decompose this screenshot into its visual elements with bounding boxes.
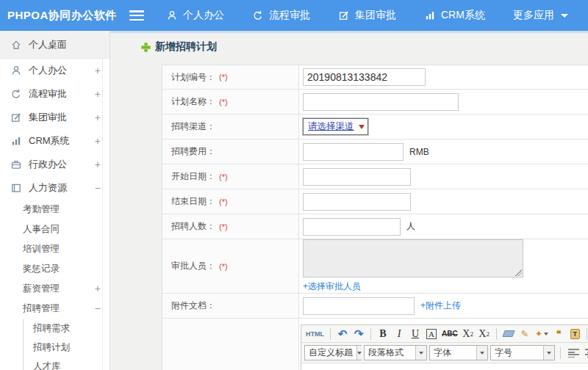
sidebar-item-label: 考勤管理	[23, 200, 110, 220]
redo-icon[interactable]: ↷	[351, 327, 366, 341]
toolbar-separator	[496, 328, 497, 340]
recruit-channel-select[interactable]: 请选择渠道	[303, 118, 368, 135]
required-marker: (*)	[219, 173, 228, 181]
accent-line	[110, 31, 588, 33]
app-window: PHPOA协同办公软件 个人办公流程审批集团审批CRM系统更多应用 个人桌面个人…	[0, 0, 588, 370]
format-brush-icon[interactable]: ✎	[517, 327, 532, 341]
menu-icon[interactable]	[129, 10, 144, 21]
eraser-icon[interactable]	[501, 327, 516, 341]
paste-text-icon: T	[570, 329, 580, 339]
expand-icon[interactable]: +	[90, 65, 101, 76]
sidebar-item-label: 招聘管理	[23, 299, 90, 319]
sidebar-item-recruit-demand[interactable]: 招聘需求	[24, 319, 110, 338]
expand-icon[interactable]: +	[90, 135, 101, 147]
paste-text-icon[interactable]: T	[567, 327, 582, 341]
expand-icon[interactable]: +	[90, 279, 101, 299]
end-date-input[interactable]	[303, 193, 411, 211]
topnav-item-more-apps[interactable]: 更多应用	[513, 9, 568, 22]
subscript-button[interactable]: X2	[477, 327, 492, 341]
sidebar-item-reward-punishment[interactable]: 奖惩记录	[0, 259, 110, 279]
size-select[interactable]: 字号	[490, 345, 555, 360]
caret-down-icon	[561, 14, 568, 18]
topnav-item-group-approval[interactable]: 集团审批	[338, 9, 396, 22]
attachment-input[interactable]	[303, 297, 415, 315]
top-menu: 个人办公流程审批集团审批CRM系统更多应用	[166, 9, 568, 22]
caret-down-icon	[544, 333, 548, 335]
form-field-end-date	[299, 189, 588, 214]
plan-name-input[interactable]	[303, 93, 459, 111]
select-label: 自定义标题	[305, 347, 356, 359]
expand-icon[interactable]: +	[90, 159, 101, 170]
font-select[interactable]: 字体	[429, 345, 488, 360]
topnav-item-crm-system[interactable]: CRM系统	[424, 9, 485, 22]
attachment-upload-link[interactable]: +附件上传	[420, 300, 461, 312]
required-marker: (*)	[219, 98, 228, 106]
expand-icon[interactable]: +	[90, 112, 101, 123]
bold-button[interactable]: B	[376, 327, 390, 341]
resize-grip[interactable]	[515, 269, 522, 276]
underline-button[interactable]: U	[408, 327, 423, 341]
plus-icon	[141, 43, 151, 52]
form-label-end-date: 结束日期：(*)	[162, 189, 299, 214]
format-select[interactable]: 段落格式	[364, 345, 427, 360]
sidebar-item-recruit-plan[interactable]: 招聘计划	[24, 338, 110, 357]
start-date-input[interactable]	[303, 168, 411, 186]
caret-down-icon	[359, 125, 365, 129]
recruit-count-unit-label: 人	[406, 220, 415, 233]
toolbar-separator	[560, 347, 561, 359]
form-label-approvers: 审批人员：(*)	[162, 239, 299, 293]
richtext-editor: HTML↶↷BIUAABCX2X2✎✦❝TAab☺自定义标题段落格式字体字号∞∞…	[301, 324, 588, 370]
sidebar-item-recruit-mgmt[interactable]: 招聘管理−	[0, 299, 110, 319]
style-select[interactable]: 自定义标题	[304, 345, 362, 360]
topnav-item-label: 更多应用	[513, 9, 554, 22]
sidebar-item-crm-system[interactable]: CRM系统+	[0, 129, 110, 153]
form-label-recruit-cost: 招聘费用：	[162, 139, 299, 164]
strikethrough-button[interactable]: ABC	[440, 327, 459, 341]
sidebar-item-training-mgmt[interactable]: 培训管理	[0, 239, 110, 259]
approvers-textarea[interactable]	[303, 239, 523, 278]
font-box-button[interactable]: A	[424, 327, 439, 341]
sidebar-item-salary-mgmt[interactable]: 薪资管理+	[0, 279, 110, 299]
undo-icon[interactable]: ↶	[335, 327, 350, 341]
recruit-plan-form: 计划编号：(*)计划名称：(*)招聘渠道：请选择渠道招聘费用：RMB开始日期：(…	[162, 65, 588, 370]
edit-icon	[338, 10, 350, 21]
sidebar-item-label: 流程审批	[29, 87, 90, 101]
topnav-item-label: 流程审批	[269, 9, 310, 22]
sidebar-item-personal-office[interactable]: 个人办公+	[0, 59, 110, 82]
editor-content-area[interactable]	[301, 363, 588, 370]
html-source-button[interactable]: HTML	[304, 327, 326, 341]
sidebar-item-attendance-mgmt[interactable]: 考勤管理	[0, 200, 110, 220]
sidebar-item-hr-contract[interactable]: 人事合同	[0, 220, 110, 239]
expand-icon[interactable]: +	[90, 88, 101, 100]
label-text: 结束日期：	[171, 195, 215, 208]
editor-toolbar-row2: 自定义标题段落格式字体字号∞∞̸	[301, 343, 588, 363]
recruit-cost-input[interactable]	[303, 143, 404, 161]
label-text: 招聘人数：	[171, 220, 215, 233]
superscript-button[interactable]: X2	[461, 327, 476, 341]
align-left-icon[interactable]	[566, 346, 581, 360]
form-label-recruit-count: 招聘人数：(*)	[162, 214, 299, 239]
sidebar-item-workflow-approval[interactable]: 流程审批+	[0, 82, 110, 106]
sidebar-item-talent-pool[interactable]: 人才库	[24, 357, 110, 370]
collapse-icon[interactable]: −	[90, 299, 101, 319]
topnav-item-workflow-approval[interactable]: 流程审批	[252, 9, 310, 22]
collapse-icon[interactable]: −	[90, 182, 101, 194]
topnav-item-personal-office[interactable]: 个人办公	[166, 9, 224, 22]
sidebar-item-personal-desktop[interactable]: 个人桌面	[0, 31, 110, 59]
italic-button[interactable]: I	[392, 327, 406, 341]
choose-approvers-link[interactable]: +选择审批人员	[303, 280, 361, 293]
recruit-count-input[interactable]	[303, 218, 401, 236]
sidebar-item-human-resources[interactable]: 人力资源−	[0, 176, 110, 200]
topnav-item-label: CRM系统	[441, 9, 485, 22]
align-center-icon[interactable]	[583, 346, 588, 360]
blockquote-icon[interactable]: ❝	[551, 327, 566, 341]
clean-format-icon[interactable]: ✦	[534, 327, 550, 341]
topnav-item-label: 个人办公	[183, 9, 224, 22]
form-field-recruit-channel: 请选择渠道	[299, 115, 588, 139]
plan-number-input[interactable]	[303, 68, 426, 86]
sidebar-item-group-approval[interactable]: 集团审批+	[0, 106, 110, 129]
edit-icon	[10, 112, 22, 123]
caret-down-icon	[476, 346, 487, 360]
sidebar-item-admin-office[interactable]: 行政办公+	[0, 153, 110, 176]
form-row-recruit-count: 招聘人数：(*)人	[162, 214, 588, 239]
